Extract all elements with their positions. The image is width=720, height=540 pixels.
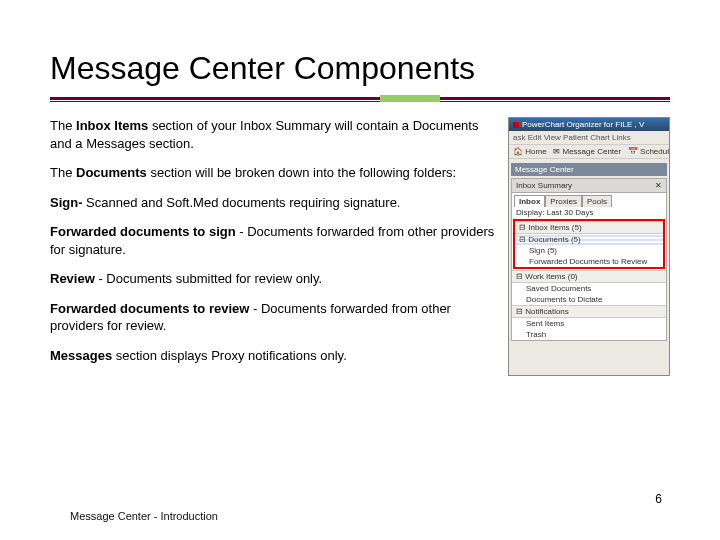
tabs: Inbox Proxies Pools bbox=[512, 193, 666, 207]
row-forwarded-review: Forwarded Documents to Review bbox=[515, 256, 663, 267]
highlight-box: ⊟ Inbox Items (5) ⊟ Documents (5) Sign (… bbox=[513, 219, 665, 269]
para-review: Review - Documents submitted for review … bbox=[50, 270, 498, 288]
tab-proxies[interactable]: Proxies bbox=[545, 195, 582, 207]
row-documents-dictate: Documents to Dictate bbox=[512, 294, 666, 305]
group-inbox-items: ⊟ Inbox Items (5) bbox=[515, 221, 663, 234]
para-messages: Messages section displays Proxy notifica… bbox=[50, 347, 498, 365]
row-saved-documents: Saved Documents bbox=[512, 283, 666, 294]
inbox-summary-panel: Inbox Summary ✕ Inbox Proxies Pools Disp… bbox=[511, 178, 667, 341]
slide-title: Message Center Components bbox=[50, 50, 670, 87]
group-notifications: ⊟ Notifications bbox=[512, 305, 666, 318]
display-filter: Display: Last 30 Days bbox=[512, 207, 666, 218]
page-number: 6 bbox=[655, 492, 662, 506]
body-text: The Inbox Items section of your Inbox Su… bbox=[50, 117, 498, 376]
tab-inbox[interactable]: Inbox bbox=[514, 195, 545, 207]
para-documents: The Documents section will be broken dow… bbox=[50, 164, 498, 182]
window-titlebar: PowerChart Organizer for FILE , V bbox=[509, 118, 669, 131]
tab-pools[interactable]: Pools bbox=[582, 195, 612, 207]
row-documents: ⊟ Documents (5) bbox=[515, 234, 663, 245]
app-icon bbox=[513, 122, 519, 128]
para-sign: Sign- Scanned and Soft.Med documents req… bbox=[50, 194, 498, 212]
group-work-items: ⊟ Work Items (0) bbox=[512, 270, 666, 283]
section-header-message-center: Message Center bbox=[511, 163, 667, 176]
row-sent-items: Sent Items bbox=[512, 318, 666, 329]
app-screenshot: PowerChart Organizer for FILE , V ask Ed… bbox=[508, 117, 670, 376]
panel-header-inbox-summary: Inbox Summary ✕ bbox=[512, 179, 666, 193]
row-trash: Trash bbox=[512, 329, 666, 340]
window-title: PowerChart Organizer for FILE , V bbox=[522, 120, 644, 129]
para-forward-review: Forwarded documents to review - Document… bbox=[50, 300, 498, 335]
footer-text: Message Center - Introduction bbox=[70, 510, 218, 522]
row-sign: Sign (5) bbox=[515, 245, 663, 256]
menubar: ask Edit View Patient Chart Links bbox=[509, 131, 669, 144]
title-rule bbox=[50, 95, 670, 105]
para-inbox-items: The Inbox Items section of your Inbox Su… bbox=[50, 117, 498, 152]
toolbar: 🏠 Home ✉ Message Center 📅 Schedul bbox=[509, 144, 669, 159]
para-forward-sign: Forwarded documents to sign - Documents … bbox=[50, 223, 498, 258]
